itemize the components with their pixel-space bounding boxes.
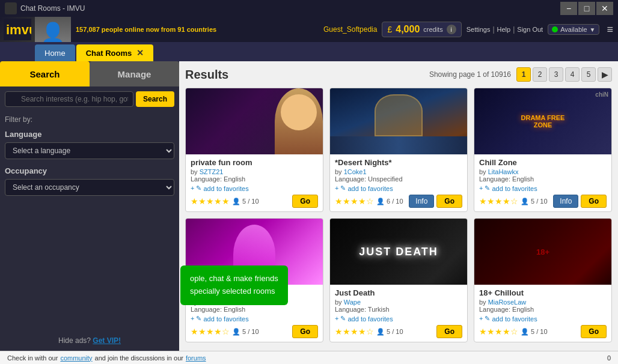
help-link[interactable]: Help — [497, 26, 511, 33]
occupancy-label: Occupancy — [5, 164, 174, 178]
go-button-private-fun-room[interactable]: Go — [292, 195, 318, 208]
room-card-chill-zone: DRAMA FREEZONE chiN Chill Zone by LitaHa… — [474, 88, 612, 212]
imvu-logo: imvu — [0, 17, 35, 42]
occupancy-select[interactable]: Select an occupancy — [5, 179, 174, 196]
credits-box: £ 4,000 credits i — [382, 22, 461, 37]
forums-link[interactable]: forums — [186, 354, 206, 362]
credits-info-icon[interactable]: i — [447, 25, 456, 34]
room-thumbnail-chill-zone: DRAMA FREEZONE chiN — [474, 88, 611, 154]
go-button-just-death[interactable]: Go — [436, 325, 462, 338]
room-occupancy-18-chillout: 👤 5 / 10 — [521, 328, 548, 336]
room-stars-desert-nights: ★★★★☆ — [335, 196, 374, 206]
room-thumbnail-18-chillout: 18+ — [474, 219, 611, 285]
page-btn-2[interactable]: 2 — [533, 67, 547, 82]
topbar-right: Guest_Softpedia £ 4,000 credits i Settin… — [323, 22, 618, 37]
svg-text:imvu: imvu — [6, 22, 31, 37]
room-name-18-chillout: 18+ Chillout — [479, 288, 607, 297]
community-link[interactable]: community — [60, 354, 92, 362]
statusbar-count: 0 — [607, 354, 611, 362]
credits-label: credits — [423, 26, 442, 33]
status-box[interactable]: Available ▼ — [548, 24, 599, 35]
go-button-desert-nights[interactable]: Go — [436, 195, 462, 208]
room-fav-chill-zone[interactable]: + ✎ add to favorites — [479, 184, 607, 192]
room-by-private-fun-room: by SZTZ21 — [191, 168, 318, 175]
room-language-private-fun-room: Language: English — [191, 175, 318, 183]
menu-icon[interactable]: ≡ — [607, 23, 613, 36]
username-link[interactable]: Guest_Softpedia — [323, 25, 377, 34]
results-header: Results Showing page 1 of 10916 1 2 3 4 … — [185, 67, 612, 82]
search-input-wrap: 🔍 Search — [5, 91, 174, 107]
language-label: Language — [5, 127, 174, 141]
room-fav-18-chillout[interactable]: + ✎ add to favorites — [479, 315, 607, 323]
tab-home[interactable]: Home — [35, 44, 75, 61]
minimize-button[interactable]: − — [560, 2, 577, 15]
page-btn-5[interactable]: 5 — [581, 67, 596, 82]
room-name-chill-zone: Chill Zone — [479, 158, 607, 167]
get-vip-link[interactable]: Get VIP! — [93, 336, 121, 345]
room-by-just-death: by Wape — [335, 299, 462, 306]
room-owner-link-just-death[interactable]: Wape — [344, 299, 361, 306]
tab-close-icon[interactable]: ✕ — [136, 48, 144, 58]
results-area: Results Showing page 1 of 10916 1 2 3 4 … — [179, 61, 618, 351]
room-owner-link-desert-nights[interactable]: 1Coke1 — [344, 168, 367, 175]
sidebar-tabs: Search Manage — [0, 61, 179, 86]
info-button-desert-nights[interactable]: Info — [409, 195, 434, 208]
room-fav-just-death[interactable]: + ✎ add to favorites — [335, 315, 462, 323]
app-logo — [5, 2, 17, 14]
room-stars-18-chillout: ★★★★☆ — [479, 327, 518, 336]
room-by-18-chillout: by MiaRoseLaw — [479, 299, 607, 306]
room-owner-link-chill-zone[interactable]: LitaHawkx — [488, 168, 519, 175]
statusbar: Check in with our community and join the… — [0, 351, 618, 364]
room-actions-desert-nights: ★★★★☆ 👤 6 / 10 Info Go — [335, 195, 462, 208]
close-button[interactable]: ✕ — [596, 2, 613, 15]
signout-link[interactable]: Sign Out — [517, 26, 543, 33]
info-button-chill-zone[interactable]: Info — [553, 195, 578, 208]
room-owner-link-private-fun-room[interactable]: SZTZ21 — [200, 168, 224, 175]
room-occupancy-glow: 👤 5 / 10 — [232, 328, 259, 336]
room-info-just-death: Just Death by Wape Language: Turkish + ✎… — [330, 285, 467, 342]
page-info: Showing page 1 of 10916 — [429, 70, 511, 79]
room-card-desert-nights: *Desert Nights* by 1Coke1 Language: Unsp… — [329, 88, 468, 212]
room-info-desert-nights: *Desert Nights* by 1Coke1 Language: Unsp… — [330, 154, 467, 211]
room-name-just-death: Just Death — [335, 288, 462, 297]
room-card-private-fun-room: private fun room by SZTZ21 Language: Eng… — [185, 88, 323, 212]
room-card-18-chillout: 18+ 18+ Chillout by MiaRoseLaw Language:… — [474, 218, 612, 342]
room-language-glow: Language: English — [191, 306, 318, 313]
room-fav-private-fun-room[interactable]: + ✎ add to favorites — [191, 184, 318, 192]
sidebar: Search Manage 🔍 Search Filter by: Langua… — [0, 61, 179, 351]
page-btn-4[interactable]: 4 — [565, 67, 580, 82]
room-info-private-fun-room: private fun room by SZTZ21 Language: Eng… — [186, 154, 323, 211]
go-button-chill-zone[interactable]: Go — [581, 195, 607, 208]
language-select[interactable]: Select a language — [5, 142, 174, 159]
room-fav-desert-nights[interactable]: + ✎ add to favorites — [335, 184, 462, 192]
maximize-button[interactable]: □ — [578, 2, 595, 15]
tab-chatrooms[interactable]: Chat Rooms ✕ — [76, 44, 154, 61]
filter-label: Filter by: — [0, 112, 179, 125]
window-title: Chat Rooms - IMVU — [20, 4, 560, 13]
status-chevron: ▼ — [590, 26, 596, 33]
go-button-18-chillout[interactable]: Go — [581, 325, 607, 338]
page-btn-1[interactable]: 1 — [516, 67, 531, 82]
room-stars-chill-zone: ★★★★☆ — [479, 196, 518, 206]
language-filter: Language Select a language — [0, 125, 179, 162]
room-name-private-fun-room: private fun room — [191, 158, 318, 167]
room-language-18-chillout: Language: English — [479, 306, 607, 313]
sidebar-tab-manage[interactable]: Manage — [90, 61, 179, 86]
sidebar-tab-search[interactable]: Search — [0, 61, 90, 86]
go-button-glow[interactable]: Go — [292, 325, 318, 338]
room-thumbnail-private-fun-room — [186, 88, 323, 154]
search-button[interactable]: Search — [136, 91, 174, 107]
room-actions-just-death: ★★★★☆ 👤 5 / 10 Go — [335, 325, 462, 338]
status-label: Available — [560, 26, 587, 33]
room-fav-glow[interactable]: + ✎ add to favorites — [191, 315, 318, 323]
next-page-button[interactable]: ▶ — [598, 67, 612, 82]
page-btn-3[interactable]: 3 — [549, 67, 563, 82]
room-occupancy-just-death: 👤 5 / 10 — [376, 328, 403, 336]
window-controls: − □ ✕ — [560, 2, 613, 15]
search-bar: 🔍 Search — [0, 86, 179, 112]
room-info-18-chillout: 18+ Chillout by MiaRoseLaw Language: Eng… — [474, 285, 611, 342]
room-owner-link-18-chillout[interactable]: MiaRoseLaw — [488, 299, 527, 306]
search-input[interactable] — [5, 91, 133, 107]
room-occupancy-private-fun-room: 👤 5 / 10 — [232, 198, 259, 205]
settings-link[interactable]: Settings — [467, 26, 491, 33]
